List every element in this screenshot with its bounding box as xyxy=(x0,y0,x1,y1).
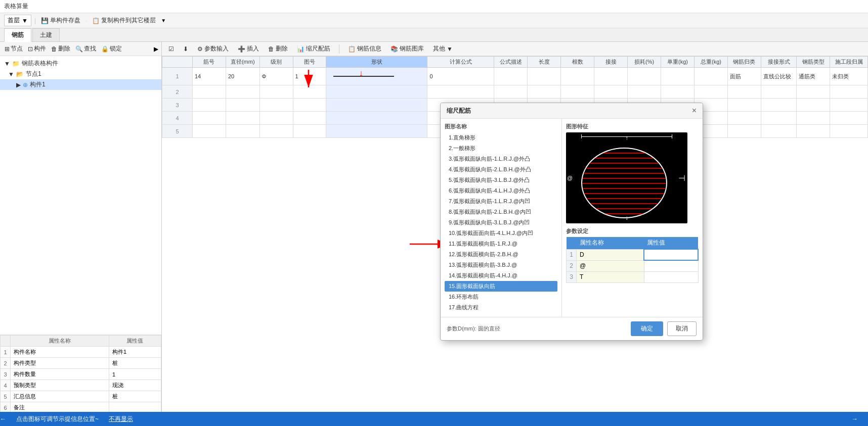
diameter-cell[interactable]: 20 xyxy=(226,68,259,85)
props-row-name: 构件名称 xyxy=(11,347,109,358)
delete-row-icon: 🗑 xyxy=(268,45,274,53)
col-shape: 形状 xyxy=(326,57,427,68)
shape-list-item[interactable]: 17.曲线方程 xyxy=(445,302,557,313)
col-diameter: 直径(mm) xyxy=(226,57,259,68)
tree-node[interactable]: ▼ 📂 节点1 xyxy=(0,69,161,79)
chevron-down-icon: ▼ xyxy=(22,17,28,24)
col-shapenum: 图号 xyxy=(293,57,326,68)
props-row-num: 5 xyxy=(1,391,11,402)
delete-button[interactable]: 🗑 删除 xyxy=(50,43,72,54)
shape-num-cell[interactable]: 1 xyxy=(293,68,326,85)
preview-dim-right-tick xyxy=(672,134,672,138)
tree-component[interactable]: ▶ ⊕ 构件1 xyxy=(0,79,161,90)
row-num-cell: 5 xyxy=(162,125,193,138)
grade-cell[interactable]: Φ xyxy=(259,68,293,85)
main-toolbar: 首层 ▼ | 💾 单构件存盘 · 📋 复制构件到其它楼层 ▼ xyxy=(0,13,868,28)
props-row-name: 预制类型 xyxy=(11,380,109,391)
tree-root[interactable]: ▼ 📁 钢筋表格构件 xyxy=(0,58,161,69)
shape-list-item[interactable]: 8.弧形截面纵向筋-2.L.B.H.@内凹 xyxy=(445,207,557,217)
shape-list-item[interactable]: 2.一般梯形 xyxy=(445,143,557,154)
preview-dim-line xyxy=(581,136,672,137)
cancel-button[interactable]: 取消 xyxy=(667,321,697,336)
delete-row-btn[interactable]: 🗑 删除 xyxy=(266,43,290,54)
param-value-cell[interactable] xyxy=(644,260,698,271)
table-row[interactable]: 1 14 20 Φ 1 ↓ 0 面筋 直线公比较 通筋类 未归类 xyxy=(162,68,868,85)
props-row-name: 构件数量 xyxy=(11,369,109,380)
shape-list-item[interactable]: 9.弧形截面纵向筋-3.L.B.J.@内凹 xyxy=(445,217,557,228)
param-name-cell: T xyxy=(577,271,644,282)
phase-cell[interactable]: 未归类 xyxy=(830,68,868,85)
bartype-cell[interactable]: 通筋类 xyxy=(797,68,830,85)
more-icon[interactable]: ▶ xyxy=(154,45,158,53)
status-bar: ← 点击图标可调节示提信息位置~ 不再显示 → xyxy=(0,412,868,426)
param-name-cell: D xyxy=(577,249,644,260)
insert-btn[interactable]: ➕ 插入 xyxy=(235,43,262,54)
param-value-cell[interactable] xyxy=(644,249,698,260)
find-button[interactable]: 🔍 查找 xyxy=(74,43,98,54)
shape-list-item[interactable]: 14.弧形截面横向筋-4.H.J.@ xyxy=(445,270,557,281)
shape-list-item[interactable]: 10.弧形截面面向筋-4.L.H.J.@内凹 xyxy=(445,228,557,239)
shape-list-item[interactable]: 15.圆形截面纵向筋 xyxy=(445,281,557,292)
shape-list-item[interactable]: 3.弧形截面纵向筋-1.L.R.J.@外凸 xyxy=(445,154,557,164)
rebar-lib-btn[interactable]: 📚 钢筋图库 xyxy=(388,43,426,54)
confirm-button[interactable]: 确定 xyxy=(631,321,663,336)
component-button[interactable]: ⊡ 构件 xyxy=(26,43,48,54)
category-cell[interactable]: 面筋 xyxy=(727,68,761,85)
component-expand-icon: ▶ xyxy=(16,81,21,88)
bar-num-cell[interactable]: 14 xyxy=(193,68,226,85)
row-num-cell: 2 xyxy=(162,85,193,99)
properties-table: 属性名称 属性值 1 构件名称 构件1 2 构件类型 桩 3 构件数量 1 4 … xyxy=(0,335,161,424)
col-phase: 施工段归属 xyxy=(830,57,868,68)
dialog-left: 图形名称 1.直角梯形2.一般梯形3.弧形截面纵向筋-1.L.R.J.@外凸4.… xyxy=(441,119,562,317)
props-header-value: 属性值 xyxy=(109,336,161,347)
other-btn[interactable]: 其他 ▼ xyxy=(430,43,455,54)
formula-cell[interactable]: 0 xyxy=(427,68,494,85)
shape-list-item[interactable]: 1.直角梯形 xyxy=(445,132,557,143)
shape-list-item[interactable]: 11.弧形截面横向筋-1.R.J.@ xyxy=(445,239,557,249)
shape-cell[interactable]: ↓ xyxy=(326,68,427,85)
delete-icon: 🗑 xyxy=(51,45,57,53)
lock-button[interactable]: 🔒 锁定 xyxy=(100,43,123,54)
param-input-btn[interactable]: ⚙ 参数输入 xyxy=(195,43,231,54)
shape-list-item[interactable]: 6.弧形截面纵向筋-4.L.H.J.@外凸 xyxy=(445,185,557,196)
checkbox-icon-btn[interactable]: ☑ xyxy=(166,44,177,54)
floor-dropdown[interactable]: 首层 ▼ xyxy=(4,15,31,26)
shape-list-item[interactable]: 5.弧形截面纵向筋-3.L.B.J.@外凸 xyxy=(445,175,557,185)
preview-canvas: ↑ ↓ @ ⊣ xyxy=(566,132,687,223)
param-value-cell[interactable] xyxy=(644,271,698,282)
shape-list-item[interactable]: 16.环形布筋 xyxy=(445,292,557,302)
join-cell[interactable] xyxy=(594,68,628,85)
tab-rebars[interactable]: 钢筋 xyxy=(4,28,31,42)
shape-list-item[interactable]: 4.弧形截面纵向筋-2.L.B.H.@外凸 xyxy=(445,164,557,175)
jointype-cell[interactable]: 直线公比较 xyxy=(761,68,796,85)
save-component-button[interactable]: 💾 单构件存盘 xyxy=(39,15,82,26)
loss-cell[interactable] xyxy=(628,68,661,85)
no-show-link[interactable]: 不再显示 xyxy=(109,415,133,423)
length-cell[interactable] xyxy=(528,68,561,85)
totalweight-cell[interactable] xyxy=(694,68,727,85)
shape-list-item[interactable]: 12.弧形截面横向筋-2.B.H.@ xyxy=(445,249,557,260)
shape-list-item[interactable]: 13.弧形截面横向筋-3.B.J.@ xyxy=(445,260,557,270)
props-row-value: 桩 xyxy=(109,391,161,402)
preview-section: 图形特征 xyxy=(566,123,699,223)
shape-list: 1.直角梯形2.一般梯形3.弧形截面纵向筋-1.L.R.J.@外凸4.弧形截面纵… xyxy=(445,132,557,313)
right-arrow-icon: → xyxy=(852,415,858,422)
table-row[interactable]: 2 xyxy=(162,85,868,99)
dialog[interactable]: 缩尺配筋 × 图形名称 1.直角梯形2.一般梯形3.弧形截面纵向筋-1.L.R.… xyxy=(440,103,703,341)
node-button[interactable]: ⊞ 节点 xyxy=(3,43,24,54)
rebar-info-btn[interactable]: 📋 钢筋信息 xyxy=(345,43,384,54)
props-row-value: 桩 xyxy=(109,358,161,369)
unitweight-cell[interactable] xyxy=(661,68,695,85)
copy-component-button[interactable]: 📋 复制构件到其它楼层 xyxy=(90,15,158,26)
param-input-icon: ⚙ xyxy=(197,45,203,53)
separator2-icon: · xyxy=(85,17,87,24)
tab-civil[interactable]: 土建 xyxy=(32,28,60,41)
dialog-close-button[interactable]: × xyxy=(692,106,697,115)
download-btn[interactable]: ⬇ xyxy=(181,44,191,54)
shape-list-item[interactable]: 7.弧形截面纵向筋-1.L.R.J.@内凹 xyxy=(445,196,557,207)
formuladesc-cell[interactable] xyxy=(494,68,528,85)
params-col-value: 属性值 xyxy=(644,237,698,249)
resize-rebar-btn[interactable]: 📊 缩尺配筋 xyxy=(294,43,333,54)
count-cell[interactable] xyxy=(561,68,594,85)
shape-list-title: 图形名称 xyxy=(445,123,557,130)
